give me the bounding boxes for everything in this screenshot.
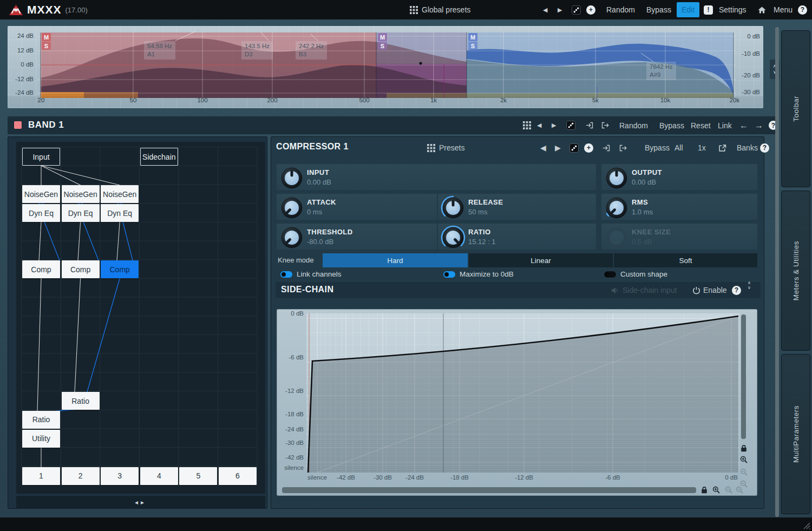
band-redo-button[interactable]: → xyxy=(755,116,763,134)
band-dice-button[interactable] xyxy=(566,116,575,134)
maximize-toggle[interactable]: Maximize to 0dB xyxy=(443,270,514,278)
band-next-button[interactable]: ▶ xyxy=(552,116,556,134)
node-output-5[interactable]: 5 xyxy=(179,467,217,485)
output-knob[interactable] xyxy=(604,165,630,191)
band3-side-button[interactable]: S xyxy=(468,42,477,50)
zoom-out-icon[interactable] xyxy=(725,486,732,494)
routing-grid[interactable]: Input Sidechain NoiseGen NoiseGen NoiseG… xyxy=(16,142,265,494)
comp-banks-button[interactable]: Banks xyxy=(737,138,758,158)
tab-toolbar[interactable]: Toolbar xyxy=(781,30,810,187)
band-export-button[interactable] xyxy=(601,116,609,134)
band-import-button[interactable] xyxy=(586,116,594,134)
node-sidechain[interactable]: Sidechain xyxy=(140,148,178,166)
node-dyneq-3[interactable]: Dyn Eq xyxy=(101,204,139,222)
attack-knob[interactable] xyxy=(279,195,305,221)
sidechain-help-button[interactable]: ? xyxy=(732,280,741,300)
alert-button[interactable]: ! xyxy=(704,0,713,19)
lock-icon[interactable] xyxy=(700,486,708,494)
eq-node-marker[interactable]: 7842 Hz A#9 xyxy=(646,62,676,80)
release-knob[interactable] xyxy=(440,195,466,221)
node-output-1[interactable]: 1 xyxy=(22,467,60,485)
home-button[interactable] xyxy=(758,0,766,19)
help-button[interactable]: ? xyxy=(798,0,807,19)
band3-mid-button[interactable]: M xyxy=(468,33,477,41)
transfer-curve-plot[interactable] xyxy=(306,313,739,473)
menu-button[interactable]: Menu xyxy=(774,0,793,19)
zoom-out-icon[interactable] xyxy=(740,468,748,476)
zoom-in-icon[interactable] xyxy=(712,486,720,494)
comp-1x-button[interactable]: 1x xyxy=(698,138,706,158)
eq-node-marker[interactable]: 54.59 Hz A1 xyxy=(144,41,175,60)
preset-next-button[interactable]: ▶ xyxy=(558,0,562,19)
node-noisegen-3[interactable]: NoiseGen xyxy=(101,185,139,203)
threshold-knob[interactable] xyxy=(279,225,305,251)
input-knob[interactable] xyxy=(279,165,305,191)
node-output-6[interactable]: 6 xyxy=(219,467,257,485)
comp-dice-button[interactable] xyxy=(569,138,579,158)
routing-hscroll[interactable]: ◂▸ xyxy=(16,496,265,509)
tab-multiparameters[interactable]: MultiParameters xyxy=(781,354,810,514)
comp-help-button[interactable]: ? xyxy=(760,138,769,158)
band1-side-button[interactable]: S xyxy=(42,42,51,50)
band-undo-button[interactable]: ← xyxy=(739,116,748,134)
band-random-button[interactable]: Random xyxy=(619,116,648,134)
custom-shape-toggle[interactable]: Custom shape xyxy=(604,270,667,278)
knee-mode-linear[interactable]: Linear xyxy=(469,253,613,267)
zoom-in-icon[interactable] xyxy=(740,456,748,463)
comp-prev-button[interactable]: ◀ xyxy=(540,138,546,158)
rms-knob[interactable] xyxy=(604,195,630,221)
node-noisegen-1[interactable]: NoiseGen xyxy=(22,185,60,203)
random-button[interactable]: Random xyxy=(606,0,635,19)
node-output-3[interactable]: 3 xyxy=(101,467,139,485)
band-link-button[interactable]: Link xyxy=(718,116,732,134)
node-ratio-lower[interactable]: Ratio xyxy=(22,411,60,429)
node-comp-2[interactable]: Comp xyxy=(62,260,100,278)
band-bypass-button[interactable]: Bypass xyxy=(659,116,684,134)
zoom-out-icon[interactable] xyxy=(736,486,743,494)
eq-node-marker[interactable]: 242.2 Hz B3 xyxy=(296,41,327,60)
knee-mode-soft[interactable]: Soft xyxy=(614,253,757,267)
comp-all-button[interactable]: All xyxy=(675,138,683,158)
resize-grip[interactable] xyxy=(802,521,810,529)
comp-import-button[interactable] xyxy=(603,138,611,158)
add-preset-button[interactable]: + xyxy=(586,0,595,19)
sidechain-enable-button[interactable]: Enable xyxy=(692,280,727,300)
tab-meters-utilities[interactable]: Meters & Utilities xyxy=(781,191,810,351)
band1-mid-button[interactable]: M xyxy=(42,33,51,41)
ratio-knob[interactable] xyxy=(440,225,466,251)
graph-vscrollbar[interactable] xyxy=(741,314,746,439)
band2-side-button[interactable]: S xyxy=(378,42,387,50)
node-ratio-upper[interactable]: Ratio xyxy=(62,392,100,410)
node-utility[interactable]: Utility xyxy=(22,430,60,448)
link-channels-toggle[interactable]: Link channels xyxy=(280,270,342,278)
node-dyneq-2[interactable]: Dyn Eq xyxy=(62,204,100,222)
comp-detach-button[interactable] xyxy=(718,138,726,158)
randomize-dice-button[interactable] xyxy=(572,0,581,19)
comp-next-button[interactable]: ▶ xyxy=(555,138,561,158)
comp-export-button[interactable] xyxy=(619,138,627,158)
comp-bypass-button[interactable]: Bypass xyxy=(645,138,670,158)
compressor-presets-button[interactable]: Presets xyxy=(427,138,464,158)
settings-button[interactable]: Settings xyxy=(719,0,746,19)
node-input[interactable]: Input xyxy=(22,148,60,166)
multiband-spectrum-display[interactable]: 24 dB 12 dB 0 dB -12 dB -24 dB 0 dB -10 … xyxy=(8,26,763,108)
node-comp-3-selected[interactable]: Comp xyxy=(101,260,139,278)
band2-mid-button[interactable]: M xyxy=(378,33,387,41)
knee-mode-hard[interactable]: Hard xyxy=(323,253,468,267)
band-presets-grid-button[interactable] xyxy=(523,116,531,134)
node-output-2[interactable]: 2 xyxy=(62,467,100,485)
band-prev-button[interactable]: ◀ xyxy=(537,116,541,134)
band-reset-button[interactable]: Reset xyxy=(691,116,711,134)
sidechain-input-button[interactable]: Side-chain input xyxy=(611,280,677,300)
node-output-4[interactable]: 4 xyxy=(140,467,178,485)
node-dyneq-1[interactable]: Dyn Eq xyxy=(22,204,60,222)
preset-prev-button[interactable]: ◀ xyxy=(543,0,547,19)
eq-node-marker[interactable]: 143.5 Hz D3 xyxy=(241,41,273,60)
band-color-swatch[interactable] xyxy=(14,121,22,129)
sidechain-collapse-control[interactable]: ∧∨ xyxy=(748,280,751,300)
graph-hscrollbar[interactable] xyxy=(282,487,696,493)
node-noisegen-2[interactable]: NoiseGen xyxy=(62,185,100,203)
edit-button[interactable]: Edit xyxy=(677,0,699,19)
comp-add-button[interactable]: + xyxy=(584,138,593,158)
window-vscrollbar[interactable] xyxy=(775,27,779,517)
